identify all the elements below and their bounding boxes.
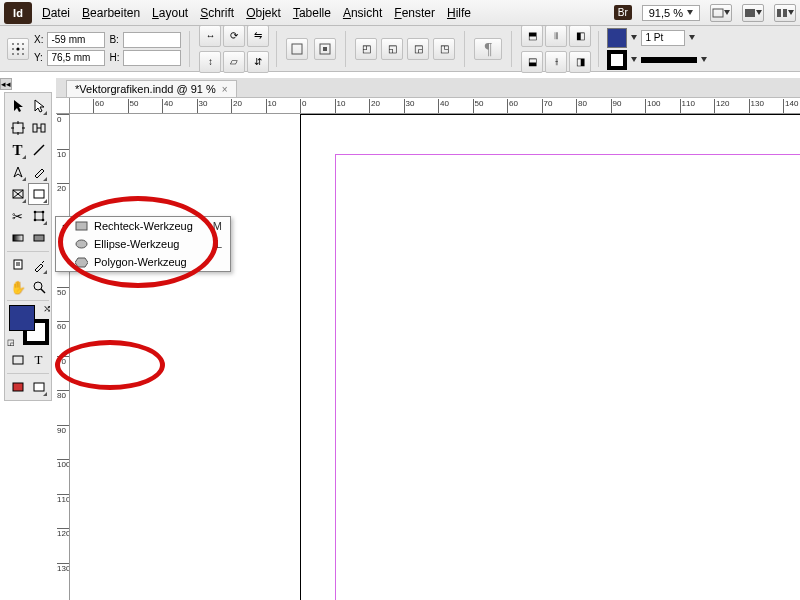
menu-schrift[interactable]: Schrift [200, 6, 234, 20]
selection-tool[interactable] [7, 95, 28, 117]
stroke-weight-field[interactable]: 1 Pt [641, 30, 685, 46]
flyout-item-shortcut: M [199, 220, 222, 232]
h-field[interactable] [123, 50, 181, 66]
flyout-item-hex[interactable]: Polygon-Werkzeug [56, 253, 230, 271]
format-text-button[interactable]: T [28, 349, 49, 371]
menu-layout[interactable]: Layout [152, 6, 188, 20]
eyedropper-tool[interactable] [28, 254, 49, 276]
gradient-feather-tool[interactable] [28, 227, 49, 249]
bridge-button[interactable]: Br [614, 5, 632, 20]
flyout-item-shortcut: L [202, 238, 222, 250]
document-canvas[interactable] [70, 114, 800, 600]
fitting-d-button[interactable]: ◳ [433, 38, 455, 60]
flip-v-button[interactable]: ⇵ [247, 51, 269, 73]
svg-point-10 [12, 53, 14, 55]
svg-rect-44 [76, 222, 87, 230]
align-bottom-button[interactable]: ⬓ [521, 51, 543, 73]
svg-point-32 [33, 219, 36, 222]
chevron-down-icon[interactable] [701, 57, 707, 62]
gradient-swatch-tool[interactable] [7, 227, 28, 249]
menu-objekt[interactable]: Objekt [246, 6, 281, 20]
stroke-swatch[interactable] [607, 50, 627, 70]
distribute-v-button[interactable]: ⫲ [545, 51, 567, 73]
shear-button[interactable]: ▱ [223, 51, 245, 73]
fitting-c-button[interactable]: ◲ [407, 38, 429, 60]
scissors-tool[interactable]: ✂ [7, 205, 28, 227]
svg-point-30 [33, 211, 36, 214]
svg-point-4 [12, 43, 14, 45]
fill-swatch[interactable] [607, 28, 627, 48]
default-fill-stroke-icon[interactable]: ◲ [7, 338, 15, 347]
fitting-b-button[interactable]: ◱ [381, 38, 403, 60]
menu-ansicht[interactable]: Ansicht [343, 6, 382, 20]
reference-point-proxy[interactable] [7, 38, 29, 60]
align-top-button[interactable]: ⬒ [521, 25, 543, 47]
panel-collapse-nub[interactable]: ◂◂ [0, 78, 12, 90]
chevron-down-icon[interactable] [631, 35, 637, 40]
transform-icons: ↔ ⟳ ⇋ ↕ ▱ ⇵ [198, 24, 268, 74]
horizontal-ruler[interactable]: 6050403020100102030405060708090100110120… [70, 98, 800, 114]
svg-point-9 [22, 48, 24, 50]
free-transform-tool[interactable] [28, 205, 49, 227]
document-tab[interactable]: *Vektorgrafiken.indd @ 91 % × [66, 80, 237, 97]
line-tool[interactable] [28, 139, 49, 161]
svg-rect-21 [33, 124, 37, 132]
align-left-button[interactable]: ◧ [569, 25, 591, 47]
distribute-h-button[interactable]: ⫴ [545, 25, 567, 47]
scale-x-button[interactable]: ↔ [199, 25, 221, 47]
w-field[interactable] [123, 32, 181, 48]
rotate-button[interactable]: ⟳ [223, 25, 245, 47]
select-content-button[interactable] [314, 38, 336, 60]
menu-datei[interactable]: Datei [42, 6, 70, 20]
apply-color-button[interactable] [7, 376, 28, 398]
gap-tool[interactable] [28, 117, 49, 139]
flyout-item-rect[interactable]: ■Rechteck-WerkzeugM [56, 217, 230, 235]
zoom-tool[interactable] [28, 276, 49, 298]
fill-proxy[interactable] [9, 305, 35, 331]
menu-tabelle[interactable]: Tabelle [293, 6, 331, 20]
document-tab-bar: *Vektorgrafiken.indd @ 91 % × [56, 78, 800, 98]
menu-bar: Id Datei Bearbeiten Layout Schrift Objek… [0, 0, 800, 26]
flyout-item-ellipse[interactable]: Ellipse-WerkzeugL [56, 235, 230, 253]
page-tool[interactable] [7, 117, 28, 139]
type-tool[interactable]: T [7, 139, 28, 161]
scale-y-button[interactable]: ↕ [199, 51, 221, 73]
rectangle-tool[interactable] [28, 183, 49, 205]
format-container-button[interactable] [7, 349, 28, 371]
note-tool[interactable] [7, 254, 28, 276]
screen-mode-button[interactable] [742, 4, 764, 22]
hand-tool[interactable]: ✋ [7, 276, 28, 298]
pen-tool[interactable] [7, 161, 28, 183]
x-field[interactable]: -59 mm [47, 32, 105, 48]
h-label: H: [109, 52, 119, 63]
fitting-a-button[interactable]: ◰ [355, 38, 377, 60]
paragraph-style-button[interactable]: ¶ [474, 38, 502, 60]
svg-rect-16 [13, 123, 23, 133]
align-right-button[interactable]: ◨ [569, 51, 591, 73]
svg-line-24 [34, 145, 44, 155]
chevron-down-icon[interactable] [689, 35, 695, 40]
ruler-origin[interactable] [56, 98, 70, 114]
arrange-docs-button[interactable] [774, 4, 796, 22]
direct-selection-tool[interactable] [28, 95, 49, 117]
chevron-down-icon[interactable] [631, 57, 637, 62]
menu-fenster[interactable]: Fenster [394, 6, 435, 20]
close-tab-icon[interactable]: × [222, 84, 228, 95]
svg-rect-22 [41, 124, 45, 132]
stroke-style-dropdown[interactable] [641, 57, 697, 63]
swap-fill-stroke-icon[interactable]: ⤭ [43, 303, 51, 314]
rectangle-frame-tool[interactable] [7, 183, 28, 205]
svg-rect-13 [292, 44, 302, 54]
menu-bearbeiten[interactable]: Bearbeiten [82, 6, 140, 20]
vertical-ruler[interactable]: 0102030405060708090100110120130 [56, 114, 70, 600]
menu-hilfe[interactable]: Hilfe [447, 6, 471, 20]
y-field[interactable]: 76,5 mm [47, 50, 105, 66]
view-options-button[interactable] [710, 4, 732, 22]
view-mode-button[interactable] [28, 376, 49, 398]
pencil-tool[interactable] [28, 161, 49, 183]
select-container-button[interactable] [286, 38, 308, 60]
control-bar: X:-59 mm Y:76,5 mm B: H: ↔ ⟳ ⇋ ↕ ▱ ⇵ ◰ ◱… [0, 26, 800, 72]
fill-stroke-proxy[interactable]: ⤭ ◲ [7, 303, 51, 347]
flip-h-button[interactable]: ⇋ [247, 25, 269, 47]
zoom-level-field[interactable]: 91,5 % [642, 5, 700, 21]
